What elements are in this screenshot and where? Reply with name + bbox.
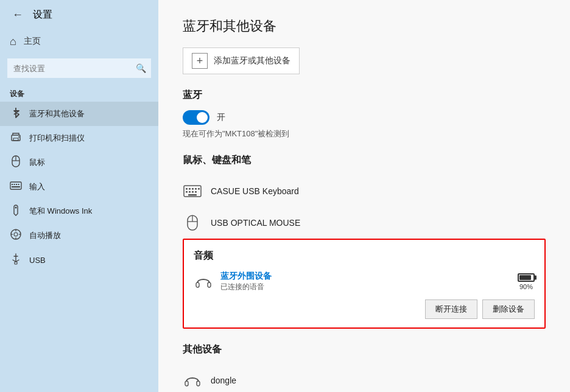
settings-title: 设置 [33, 9, 52, 21]
battery-info: 90% [518, 273, 535, 290]
battery-icon [518, 273, 535, 282]
audio-section-header: 音频 [194, 250, 535, 262]
svg-rect-8 [14, 184, 15, 185]
remove-device-button[interactable]: 删除设备 [482, 299, 535, 319]
audio-device-name: 蓝牙外围设备 [220, 271, 510, 282]
autoplay-icon [10, 228, 22, 243]
audio-section-box: 音频 蓝牙外围设备 已连接的语音 90% 断开连接 [183, 239, 546, 329]
svg-rect-36 [185, 381, 188, 386]
sidebar-item-input[interactable]: 输入 [0, 175, 158, 199]
sidebar: ← 设置 ⌂ 主页 🔍 设备 蓝牙和其他设备 打印机和扫描仪 [0, 0, 158, 392]
svg-rect-27 [192, 191, 194, 193]
mouse-label: 鼠标 [29, 157, 45, 168]
svg-rect-9 [16, 184, 17, 185]
svg-rect-6 [10, 182, 21, 189]
svg-rect-10 [18, 184, 19, 185]
svg-rect-11 [12, 186, 20, 187]
headphone-icon [194, 272, 213, 292]
main-content: 蓝牙和其他设备 + 添加蓝牙或其他设备 蓝牙 开 现在可作为"MKT108"被检… [158, 0, 570, 392]
svg-rect-7 [12, 184, 13, 185]
svg-point-14 [14, 233, 18, 236]
search-container: 🔍 [7, 58, 151, 78]
svg-rect-37 [197, 381, 200, 386]
search-input[interactable] [7, 58, 151, 78]
other-devices-section: 其他设备 dongle [183, 343, 546, 392]
keyboard-device-row: CASUE USB Keyboard [183, 175, 546, 207]
svg-rect-25 [186, 191, 188, 193]
svg-point-2 [18, 136, 19, 138]
audio-device-row: 蓝牙外围设备 已连接的语音 90% [194, 271, 535, 292]
bluetooth-toggle-row: 开 [183, 110, 546, 125]
battery-percentage: 90% [519, 283, 533, 290]
bluetooth-discoverable-text: 现在可作为"MKT108"被检测到 [183, 128, 546, 139]
svg-rect-29 [198, 188, 200, 190]
add-device-button[interactable]: + 添加蓝牙或其他设备 [183, 47, 300, 74]
sidebar-item-printer[interactable]: 打印机和扫描仪 [0, 126, 158, 150]
home-icon: ⌂ [10, 35, 16, 48]
svg-rect-21 [186, 188, 188, 190]
svg-rect-26 [189, 191, 191, 193]
add-device-label: 添加蓝牙或其他设备 [214, 55, 290, 66]
battery-fill [519, 275, 531, 280]
bluetooth-label: 蓝牙和其他设备 [29, 108, 85, 119]
input-label: 输入 [29, 181, 45, 192]
keyboard-mouse-section-header: 鼠标、键盘和笔 [183, 154, 546, 167]
audio-device-info: 蓝牙外围设备 已连接的语音 [220, 271, 510, 292]
dongle-icon [183, 371, 202, 390]
svg-rect-22 [189, 188, 191, 190]
search-icon: 🔍 [136, 63, 146, 73]
svg-rect-24 [195, 188, 197, 190]
plus-icon: + [192, 53, 208, 69]
svg-point-12 [15, 207, 17, 209]
pen-icon [10, 204, 22, 219]
other-section-header: 其他设备 [183, 343, 546, 356]
mouse-device-icon [183, 213, 202, 233]
autoplay-label: 自动播放 [29, 230, 61, 241]
svg-rect-30 [188, 194, 197, 196]
mouse-device-name: USB OPTICAL MOUSE [211, 218, 300, 228]
svg-rect-35 [208, 282, 211, 287]
sidebar-item-usb[interactable]: USB [0, 248, 158, 272]
disconnect-button[interactable]: 断开连接 [425, 299, 477, 319]
page-title: 蓝牙和其他设备 [183, 17, 546, 35]
pen-label: 笔和 Windows Ink [29, 206, 92, 217]
sidebar-home-row[interactable]: ⌂ 主页 [0, 29, 158, 54]
svg-rect-28 [195, 191, 197, 193]
usb-label: USB [29, 256, 46, 265]
dongle-device-row: dongle [183, 365, 546, 392]
bluetooth-section-header: 蓝牙 [183, 89, 546, 102]
input-icon [10, 181, 22, 192]
svg-rect-34 [196, 282, 199, 287]
audio-action-buttons: 断开连接 删除设备 [194, 299, 535, 319]
keyboard-device-name: CASUE USB Keyboard [211, 186, 299, 196]
mouse-icon [10, 155, 22, 170]
bluetooth-icon [10, 107, 22, 121]
printer-icon [10, 131, 22, 145]
sidebar-item-autoplay[interactable]: 自动播放 [0, 223, 158, 248]
sidebar-item-mouse[interactable]: 鼠标 [0, 150, 158, 175]
usb-icon [10, 253, 22, 267]
sidebar-top-bar: ← 设置 [0, 0, 158, 29]
dongle-device-name: dongle [211, 376, 236, 385]
back-button[interactable]: ← [10, 6, 26, 24]
bluetooth-toggle[interactable] [183, 110, 209, 125]
audio-device-status: 已连接的语音 [220, 282, 510, 292]
devices-section-label: 设备 [0, 85, 158, 102]
printer-label: 打印机和扫描仪 [29, 133, 85, 144]
keyboard-icon [183, 181, 202, 201]
sidebar-item-pen[interactable]: 笔和 Windows Ink [0, 199, 158, 223]
home-label: 主页 [24, 36, 41, 47]
mouse-device-row: USB OPTICAL MOUSE [183, 207, 546, 239]
bluetooth-toggle-label: 开 [217, 112, 225, 123]
svg-rect-23 [192, 188, 194, 190]
sidebar-item-bluetooth[interactable]: 蓝牙和其他设备 [0, 102, 158, 126]
